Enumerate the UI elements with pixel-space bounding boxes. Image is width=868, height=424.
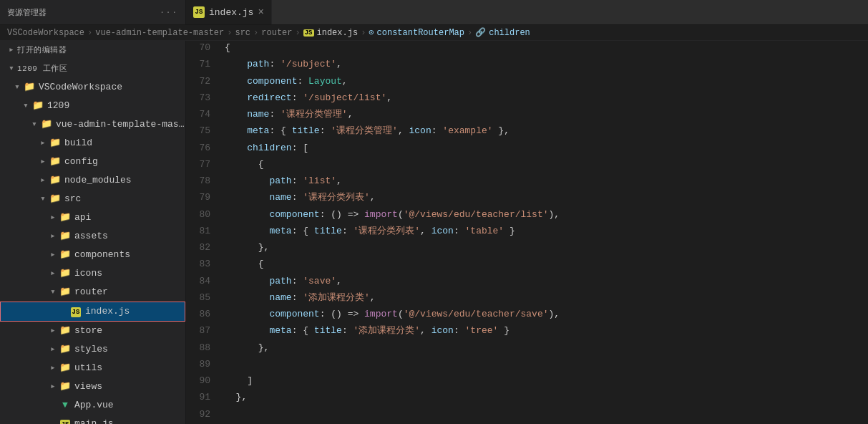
- tab-index-js[interactable]: JS index.js ×: [186, 0, 272, 24]
- code-line-88: 88 },: [186, 341, 868, 357]
- folder-icon-router: 📁: [59, 284, 72, 300]
- sidebar-item-icons[interactable]: 📁 icons: [0, 264, 185, 283]
- tab-close-button[interactable]: ×: [258, 6, 263, 18]
- code-line-84: 84 path: 'save',: [186, 274, 868, 291]
- line-number-91: 91: [186, 390, 222, 407]
- code-line-79: 79 name: '课程分类列表',: [186, 191, 868, 207]
- label-app-vue: App.vue: [74, 398, 185, 413]
- breadcrumb-part-7: 🔗: [475, 27, 486, 38]
- tab-label: index.js: [209, 7, 253, 18]
- folder-icon-vscode-workspace: 📁: [23, 80, 36, 95]
- breadcrumb-part-8: children: [489, 28, 530, 38]
- code-line-71: 71 path: '/subject',: [186, 57, 868, 74]
- sidebar-item-main-js[interactable]: JS main.js: [0, 415, 185, 424]
- folder-icon-store: 📁: [59, 323, 72, 339]
- sidebar-item-config[interactable]: 📁 config: [0, 153, 185, 171]
- label-assets: assets: [74, 228, 185, 244]
- sidebar-item-assets[interactable]: 📁 assets: [0, 227, 185, 246]
- sidebar-section-workspace[interactable]: 1209 工作区: [0, 59, 185, 78]
- arrow-node-modules: [37, 173, 49, 188]
- line-content-72: component: Layout,: [222, 74, 868, 91]
- arrow-vscode-workspace: [11, 80, 23, 95]
- code-line-75: 75 meta: { title: '课程分类管理', icon: 'examp…: [186, 124, 868, 140]
- sidebar-section-open-editor[interactable]: 打开的编辑器: [0, 41, 185, 59]
- code-line-80: 80 component: () => import('@/views/edu/…: [186, 208, 868, 224]
- line-number-74: 74: [186, 107, 222, 124]
- line-content-71: path: '/subject',: [222, 57, 868, 74]
- line-number-77: 77: [186, 158, 222, 174]
- folder-icon-components: 📁: [59, 247, 72, 263]
- sidebar-item-components[interactable]: 📁 components: [0, 246, 185, 264]
- breadcrumb-part-6: constantRouterMap: [377, 28, 464, 38]
- section-arrow-open-editor: [6, 42, 17, 58]
- line-content-90: ]: [222, 374, 868, 390]
- breadcrumb-part-1: vue-admin-template-master: [95, 28, 224, 38]
- code-editor[interactable]: 70{71 path: '/subject',72 component: Lay…: [186, 41, 868, 424]
- arrow-build: [37, 135, 49, 151]
- sidebar-item-store[interactable]: 📁 store: [0, 322, 185, 340]
- line-content-85: name: '添加课程分类',: [222, 291, 868, 307]
- sidebar-item-vue-admin[interactable]: 📁 vue-admin-template-master: [0, 115, 185, 134]
- section-arrow-workspace: [6, 61, 17, 77]
- sidebar-item-node-modules[interactable]: 📁 node_modules: [0, 171, 185, 190]
- label-build: build: [64, 135, 185, 151]
- arrow-store: [47, 323, 59, 339]
- sidebar-item-index-js[interactable]: JS index.js: [0, 302, 185, 322]
- line-number-92: 92: [186, 408, 222, 425]
- sidebar-item-vscode-workspace[interactable]: 📁 VSCodeWorkspace: [0, 78, 185, 97]
- line-content-74: name: '课程分类管理',: [222, 107, 868, 124]
- folder-icon-src: 📁: [49, 191, 62, 207]
- label-main-js: main.js: [74, 416, 185, 424]
- breadcrumb-part-4: index.js: [317, 28, 359, 38]
- code-line-91: 91 },: [186, 390, 868, 407]
- code-line-78: 78 path: 'list',: [186, 174, 868, 191]
- folder-icon-config: 📁: [49, 154, 62, 170]
- line-content-79: name: '课程分类列表',: [222, 191, 868, 207]
- sidebar-item-build[interactable]: 📁 build: [0, 134, 185, 153]
- sidebar-item-views[interactable]: 📁 views: [0, 377, 185, 396]
- line-content-81: meta: { title: '课程分类列表', icon: 'table' }: [222, 224, 868, 241]
- label-views: views: [74, 379, 185, 395]
- sidebar-menu-dots[interactable]: ···: [160, 8, 178, 16]
- line-content-70: {: [222, 41, 868, 57]
- arrow-styles: [47, 342, 59, 357]
- line-number-75: 75: [186, 124, 222, 140]
- code-line-77: 77 {: [186, 158, 868, 174]
- breadcrumb-sep-0: ›: [87, 28, 92, 38]
- folder-icon-1209: 📁: [31, 98, 44, 114]
- sidebar-item-utils[interactable]: 📁 utils: [0, 359, 185, 377]
- line-number-87: 87: [186, 324, 222, 340]
- breadcrumb-part-3: router: [261, 28, 292, 38]
- sidebar-item-src[interactable]: 📁 src: [0, 190, 185, 208]
- sidebar-item-styles[interactable]: 📁 styles: [0, 340, 185, 359]
- line-content-87: meta: { title: '添加课程分类', icon: 'tree' }: [222, 324, 868, 340]
- sidebar-item-router[interactable]: 📁 router: [0, 283, 185, 302]
- breadcrumb-sep-2: ›: [253, 28, 258, 38]
- sidebar-item-1209[interactable]: 📁 1209: [0, 97, 185, 115]
- code-line-76: 76 children: [: [186, 141, 868, 158]
- label-store: store: [74, 323, 185, 339]
- breadcrumb-part-0: VSCodeWorkspace: [7, 28, 84, 38]
- arrow-utils: [47, 360, 59, 376]
- line-number-70: 70: [186, 41, 222, 57]
- breadcrumb-sep-3: ›: [296, 28, 301, 38]
- sidebar-item-app-vue[interactable]: ▼ App.vue: [0, 396, 185, 415]
- arrow-api: [47, 210, 59, 226]
- folder-icon-build: 📁: [49, 135, 62, 151]
- line-number-72: 72: [186, 74, 222, 91]
- label-vscode-workspace: VSCodeWorkspace: [39, 80, 185, 95]
- line-content-89: [222, 357, 868, 374]
- js-file-icon-index: JS: [69, 304, 82, 319]
- line-content-82: },: [222, 241, 868, 257]
- code-line-85: 85 name: '添加课程分类',: [186, 291, 868, 307]
- arrow-components: [47, 247, 59, 263]
- main-layout: 打开的编辑器 1209 工作区 📁 VSCodeWorkspace 📁 1209…: [0, 41, 868, 424]
- breadcrumb-part-5: ⊙: [369, 27, 374, 38]
- label-styles: styles: [74, 342, 185, 357]
- label-api: api: [74, 210, 185, 226]
- code-line-81: 81 meta: { title: '课程分类列表', icon: 'table…: [186, 224, 868, 241]
- folder-icon-styles: 📁: [59, 342, 72, 357]
- sidebar-item-api[interactable]: 📁 api: [0, 208, 185, 227]
- code-line-89: 89: [186, 357, 868, 374]
- code-line-87: 87 meta: { title: '添加课程分类', icon: 'tree'…: [186, 324, 868, 340]
